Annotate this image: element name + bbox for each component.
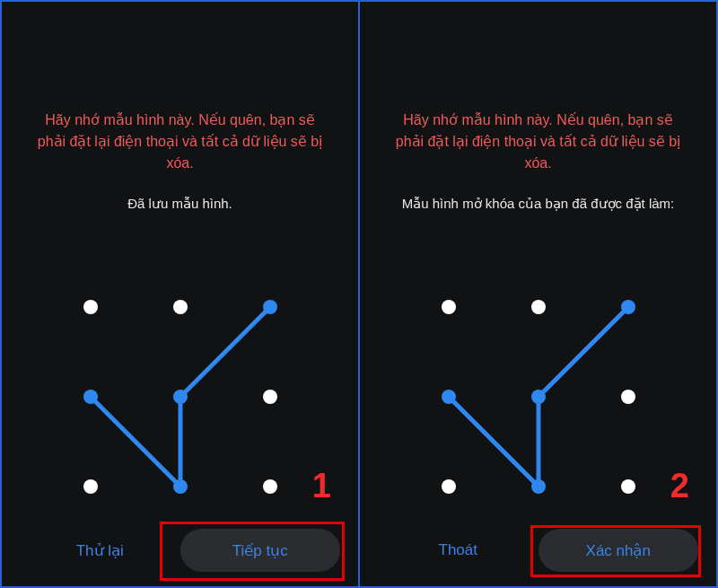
pattern-dot[interactable] xyxy=(442,300,456,314)
pattern-lines xyxy=(431,289,646,505)
continue-button[interactable]: Tiếp tục xyxy=(180,529,341,572)
screen-step-2: Hãy nhớ mẫu hình này. Nếu quên, bạn sẽ p… xyxy=(360,2,716,586)
button-bar: Thoát Xác nhận xyxy=(360,523,716,586)
pattern-dot[interactable] xyxy=(173,390,188,404)
pattern-dot[interactable] xyxy=(621,390,635,404)
exit-button[interactable]: Thoát xyxy=(378,529,538,572)
pattern-dot[interactable] xyxy=(83,300,98,314)
pattern-dot[interactable] xyxy=(263,300,277,314)
pattern-dot[interactable] xyxy=(173,300,188,314)
warning-text: Hãy nhớ mẫu hình này. Nếu quên, bạn sẽ p… xyxy=(31,110,329,174)
pattern-grid[interactable] xyxy=(431,289,646,505)
pattern-dot[interactable] xyxy=(263,390,277,404)
step-number-badge: 2 xyxy=(670,467,689,505)
pattern-lines xyxy=(73,289,288,505)
pattern-dot[interactable] xyxy=(263,479,277,494)
button-bar: Thử lại Tiếp tục xyxy=(2,523,358,586)
pattern-dot[interactable] xyxy=(621,479,635,494)
pattern-dot[interactable] xyxy=(442,390,456,404)
screen-step-1: Hãy nhớ mẫu hình này. Nếu quên, bạn sẽ p… xyxy=(2,2,358,586)
subtitle-text: Đã lưu mẫu hình. xyxy=(31,194,329,213)
subtitle-text: Mẫu hình mở khóa của bạn đã được đặt làm… xyxy=(389,194,687,213)
pattern-dot[interactable] xyxy=(83,390,98,404)
pattern-dot[interactable] xyxy=(83,479,98,494)
pattern-dot[interactable] xyxy=(173,479,188,494)
pattern-dot[interactable] xyxy=(442,479,456,494)
pattern-dot[interactable] xyxy=(621,300,635,314)
instruction-block: Hãy nhớ mẫu hình này. Nếu quên, bạn sẽ p… xyxy=(2,2,358,213)
pattern-dot[interactable] xyxy=(531,300,546,314)
instruction-block: Hãy nhớ mẫu hình này. Nếu quên, bạn sẽ p… xyxy=(360,2,716,213)
pattern-grid[interactable] xyxy=(73,289,288,505)
retry-button[interactable]: Thử lại xyxy=(20,529,180,572)
confirm-button[interactable]: Xác nhận xyxy=(538,529,699,572)
pattern-dot[interactable] xyxy=(531,390,546,404)
warning-text: Hãy nhớ mẫu hình này. Nếu quên, bạn sẽ p… xyxy=(389,110,687,174)
step-number-badge: 1 xyxy=(312,467,331,505)
pattern-dot[interactable] xyxy=(531,479,546,494)
